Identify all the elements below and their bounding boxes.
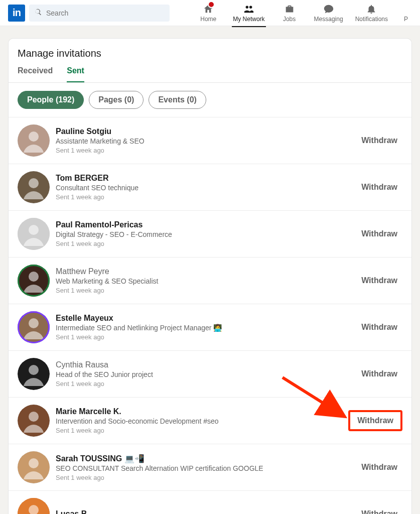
pill-people[interactable]: People (192) [18, 91, 84, 109]
person-name[interactable]: Cynthia Rausa [56, 360, 356, 369]
svg-point-17 [29, 458, 39, 468]
search-box[interactable] [29, 5, 170, 22]
avatar[interactable] [18, 451, 50, 483]
messaging-icon [323, 3, 335, 15]
linkedin-logo[interactable]: in [8, 5, 25, 22]
person-name[interactable]: Pauline Sotgiu [56, 127, 356, 136]
invitation-row: Sarah TOUSSING 💻📲SEO CONSULTANT Search A… [9, 444, 411, 490]
person-name[interactable]: Estelle Mayeux [56, 314, 356, 323]
withdraw-button[interactable]: Withdraw [356, 320, 402, 335]
invitation-info: Estelle MayeuxIntermediate SEO and Netli… [56, 314, 356, 341]
invitation-info: Tom BERGERConsultant SEO techniqueSent 1… [56, 174, 356, 201]
withdraw-button[interactable]: Withdraw [356, 506, 402, 514]
invitation-row: Matthew PeyreWeb Marketing & SEO Special… [9, 257, 411, 304]
nav-home[interactable]: Home [196, 3, 221, 23]
avatar[interactable] [18, 498, 50, 514]
invitation-list: Pauline SotgiuAssistante Marketing & SEO… [9, 117, 411, 514]
svg-point-13 [29, 365, 39, 375]
top-nav: in Home My Network Jobs Messaging Notifi… [0, 0, 420, 26]
person-name[interactable]: Tom BERGER [56, 174, 356, 183]
person-headline: SEO CONSULTANT Search Alternation WIP ce… [56, 464, 356, 472]
invitation-row: Tom BERGERConsultant SEO techniqueSent 1… [9, 164, 411, 210]
person-name[interactable]: Sarah TOUSSING 💻📲 [56, 454, 356, 463]
person-name[interactable]: Lucas B. [56, 509, 356, 514]
invitation-row: Marie Marcelle K.Intervention and Socio-… [9, 397, 411, 444]
avatar[interactable] [18, 265, 50, 297]
invitation-row: Estelle MayeuxIntermediate SEO and Netli… [9, 304, 411, 350]
bell-icon [365, 3, 377, 15]
nav-label: P [404, 16, 408, 23]
nav-label: Home [200, 16, 216, 23]
invitation-info: Marie Marcelle K.Intervention and Socio-… [56, 407, 348, 434]
person-headline: Intermediate SEO and Netlinking Project … [56, 324, 356, 332]
avatar[interactable] [18, 311, 50, 343]
person-headline: Digital Strategy - SEO - E-Commerce [56, 230, 356, 238]
sent-time: Sent 1 week ago [56, 333, 356, 341]
main-container: Manage invitations Received Sent People … [0, 26, 420, 514]
svg-point-3 [29, 178, 39, 188]
invitation-row: Lucas B.Withdraw [9, 490, 411, 514]
person-headline: Assistante Marketing & SEO [56, 137, 356, 145]
people-icon [243, 3, 255, 15]
avatar[interactable] [18, 358, 50, 390]
invitation-info: Sarah TOUSSING 💻📲SEO CONSULTANT Search A… [56, 454, 356, 481]
person-headline: Web Marketing & SEO Specialist [56, 277, 356, 285]
invitation-info: Matthew PeyreWeb Marketing & SEO Special… [56, 267, 356, 294]
person-name[interactable]: Matthew Peyre [56, 267, 356, 276]
person-name[interactable]: Paul Ramentol-Pericas [56, 220, 356, 229]
invitation-info: Cynthia RausaHead of the SEO Junior proj… [56, 360, 356, 388]
person-headline: Consultant SEO technique [56, 184, 356, 192]
person-headline: Head of the SEO Junior project [56, 370, 356, 378]
sent-time: Sent 1 week ago [56, 287, 356, 294]
svg-point-5 [29, 225, 39, 235]
invitation-row: Paul Ramentol-PericasDigital Strategy - … [9, 210, 411, 257]
sent-time: Sent 1 week ago [56, 193, 356, 201]
svg-point-10 [29, 318, 39, 328]
nav-more[interactable]: P [400, 3, 412, 23]
briefcase-icon [284, 3, 296, 15]
withdraw-button[interactable]: Withdraw [356, 366, 402, 381]
svg-point-1 [29, 132, 39, 142]
svg-point-15 [29, 412, 39, 422]
nav-messaging[interactable]: Messaging [314, 3, 343, 23]
pill-events[interactable]: Events (0) [149, 91, 206, 109]
nav-label: Messaging [314, 16, 343, 23]
nav-label: Jobs [283, 16, 296, 23]
sent-time: Sent 1 week ago [56, 474, 356, 481]
invitation-row: Pauline SotgiuAssistante Marketing & SEO… [9, 117, 411, 164]
search-input[interactable] [46, 9, 165, 17]
withdraw-button[interactable]: Withdraw [356, 180, 402, 195]
nav-jobs[interactable]: Jobs [277, 3, 302, 23]
sent-time: Sent 1 week ago [56, 147, 356, 154]
search-icon [34, 8, 42, 18]
withdraw-button[interactable]: Withdraw [348, 410, 402, 431]
withdraw-button[interactable]: Withdraw [356, 460, 402, 475]
person-name[interactable]: Marie Marcelle K. [56, 407, 348, 416]
invitations-card: Manage invitations Received Sent People … [8, 38, 412, 514]
withdraw-button[interactable]: Withdraw [356, 273, 402, 288]
sent-time: Sent 1 week ago [56, 380, 356, 388]
tab-received[interactable]: Received [18, 66, 53, 82]
person-headline: Intervention and Socio-economic Developm… [56, 417, 348, 425]
nav-notifications[interactable]: Notifications [355, 3, 388, 23]
avatar[interactable] [18, 405, 50, 437]
page-title: Manage invitations [9, 39, 411, 61]
invitation-info: Pauline SotgiuAssistante Marketing & SEO… [56, 127, 356, 154]
invitation-info: Paul Ramentol-PericasDigital Strategy - … [56, 220, 356, 247]
invitation-tabs: Received Sent [9, 61, 411, 83]
avatar[interactable] [18, 218, 50, 250]
nav-label: My Network [233, 16, 264, 23]
tab-sent[interactable]: Sent [67, 66, 84, 82]
avatar[interactable] [18, 171, 50, 203]
withdraw-button[interactable]: Withdraw [356, 226, 402, 241]
avatar[interactable] [18, 124, 50, 157]
primary-nav: Home My Network Jobs Messaging Notificat… [196, 3, 412, 23]
sent-time: Sent 1 week ago [56, 240, 356, 247]
nav-my-network[interactable]: My Network [233, 3, 264, 23]
withdraw-button[interactable]: Withdraw [356, 133, 402, 148]
filter-pills: People (192) Pages (0) Events (0) [9, 83, 411, 117]
pill-pages[interactable]: Pages (0) [89, 91, 144, 109]
nav-label: Notifications [355, 16, 388, 23]
svg-point-7 [29, 272, 39, 282]
invitation-row: Cynthia RausaHead of the SEO Junior proj… [9, 350, 411, 397]
